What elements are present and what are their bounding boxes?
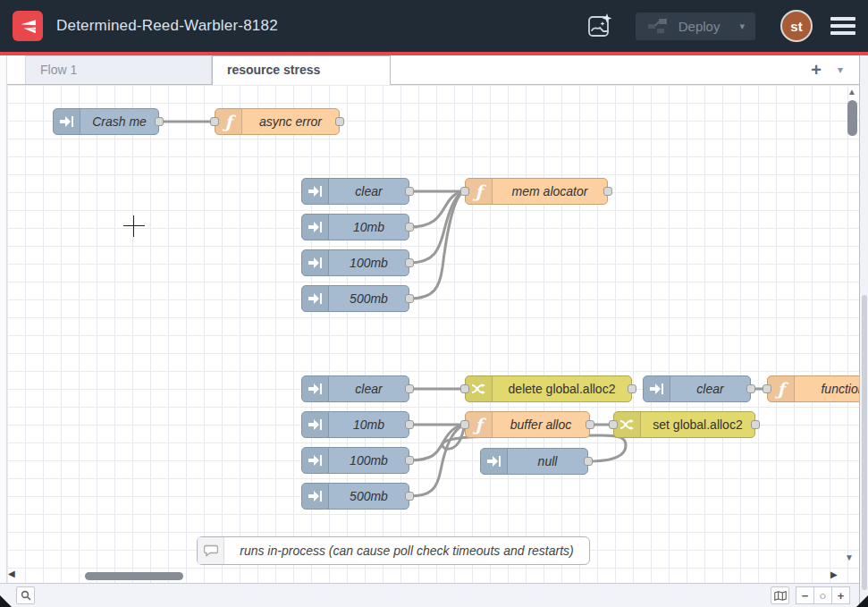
vscroll-thumb[interactable]: [847, 100, 857, 136]
node-label: set global.alloc2: [641, 412, 754, 437]
node-label: delete global.alloc2: [493, 376, 631, 401]
node-label: function: [795, 376, 859, 401]
zoom-reset-button[interactable]: ○: [813, 586, 832, 604]
node-label: 10mb: [329, 215, 409, 240]
output-port[interactable]: [405, 223, 414, 232]
input-port[interactable]: [460, 420, 469, 429]
inject-icon: [302, 179, 329, 204]
output-port[interactable]: [586, 420, 594, 429]
deploy-options-caret-icon[interactable]: ▾: [739, 21, 745, 32]
page-scrollbar-thumb[interactable]: [862, 295, 867, 590]
vscroll-down-arrow[interactable]: ▼: [845, 552, 854, 562]
instance-title: Determined-Reed-Warbler-8182: [56, 17, 278, 35]
node-label: 10mb: [329, 412, 409, 437]
output-port[interactable]: [584, 457, 593, 466]
output-port[interactable]: [405, 456, 414, 465]
output-port[interactable]: [405, 258, 414, 267]
change-icon: [614, 412, 641, 437]
node-comment[interactable]: runs in-process (can cause poll check ti…: [197, 536, 590, 565]
node-inject-100mb-2[interactable]: 100mb: [301, 447, 409, 474]
node-inject-crash-me[interactable]: Crash me: [53, 108, 159, 135]
zoom-in-button[interactable]: +: [831, 586, 850, 604]
output-port[interactable]: [751, 420, 760, 429]
user-avatar[interactable]: st: [780, 10, 813, 42]
output-port[interactable]: [405, 420, 414, 429]
inject-icon: [302, 484, 329, 509]
node-change-set-global-alloc2[interactable]: set global.alloc2: [613, 411, 755, 438]
node-inject-clear-3[interactable]: clear: [643, 375, 751, 402]
comment-icon: [198, 537, 224, 564]
node-function-buffer-alloc[interactable]: ƒ buffer alloc: [465, 411, 590, 438]
node-inject-500mb-2[interactable]: 500mb: [301, 483, 409, 510]
node-label: async error: [242, 109, 339, 134]
footer-toolbar: − ○ +: [0, 583, 859, 607]
node-inject-100mb-1[interactable]: 100mb: [301, 249, 409, 276]
navigator-toggle-button[interactable]: [771, 586, 789, 604]
function-icon: ƒ: [215, 109, 242, 134]
hscroll-left-arrow[interactable]: ◀: [8, 569, 15, 578]
node-label: null: [508, 449, 587, 474]
vscroll-up-arrow[interactable]: ▲: [847, 87, 856, 97]
output-port[interactable]: [155, 117, 164, 126]
hscroll-right-arrow[interactable]: ▶: [830, 569, 838, 579]
output-port[interactable]: [603, 187, 612, 196]
node-label: buffer alloc: [493, 412, 589, 437]
node-inject-10mb-2[interactable]: 10mb: [301, 411, 409, 438]
node-label: 500mb: [329, 484, 409, 509]
node-inject-clear-1[interactable]: clear: [301, 178, 409, 205]
flow-canvas[interactable]: Crash me ƒ async error clear 10mb: [7, 85, 859, 583]
node-label: clear: [329, 376, 409, 401]
node-red-editor: Determined-Reed-Warbler-8182 Deploy ▾ st: [0, 0, 868, 607]
deploy-button[interactable]: Deploy ▾: [636, 13, 755, 40]
inject-icon: [644, 376, 670, 401]
node-label: mem alocator: [493, 179, 607, 204]
search-flows-button[interactable]: [16, 586, 35, 604]
input-port[interactable]: [460, 187, 469, 196]
tab-flow-1[interactable]: Flow 1: [25, 55, 212, 84]
node-label: 100mb: [329, 250, 409, 275]
node-inject-clear-2[interactable]: clear: [301, 375, 409, 402]
node-label: clear: [670, 376, 750, 401]
wires-layer: [7, 85, 859, 583]
input-port[interactable]: [460, 384, 469, 393]
deploy-nodes-icon: [646, 18, 670, 34]
zoom-out-button[interactable]: −: [796, 586, 814, 604]
hscroll-thumb[interactable]: [85, 572, 183, 580]
main-menu-icon[interactable]: [830, 17, 855, 35]
node-function-mem-alocator[interactable]: ƒ mem alocator: [465, 178, 608, 205]
output-port[interactable]: [405, 492, 414, 501]
comment-text: runs in-process (can cause poll check ti…: [224, 537, 589, 564]
output-port[interactable]: [405, 187, 414, 196]
node-inject-null[interactable]: null: [480, 448, 588, 475]
input-port[interactable]: [763, 384, 771, 393]
function-icon: ƒ: [466, 412, 493, 437]
crosshair-cursor: [123, 215, 145, 237]
app-logo-icon[interactable]: [13, 11, 43, 41]
input-port[interactable]: [609, 420, 618, 429]
node-label: 500mb: [329, 286, 409, 311]
page-scrollbar-track[interactable]: [859, 55, 868, 607]
output-port[interactable]: [405, 384, 414, 393]
ai-assistant-icon[interactable]: [584, 10, 616, 42]
add-flow-button[interactable]: +: [811, 55, 822, 85]
inject-icon: [481, 449, 508, 474]
output-port[interactable]: [628, 384, 636, 393]
inject-icon: [302, 286, 329, 311]
output-port[interactable]: [405, 294, 414, 303]
node-change-delete-global-alloc2[interactable]: delete global.alloc2: [465, 375, 632, 402]
node-inject-500mb-1[interactable]: 500mb: [301, 285, 409, 312]
inject-icon: [302, 215, 329, 240]
tab-resource-stress[interactable]: resource stress: [212, 55, 391, 85]
input-port[interactable]: [210, 117, 219, 126]
output-port[interactable]: [335, 117, 344, 126]
corner-resize-handle-right: [856, 595, 868, 607]
output-port[interactable]: [746, 384, 755, 393]
node-label: clear: [329, 179, 409, 204]
node-function-async-error[interactable]: ƒ async error: [215, 108, 340, 135]
flow-list-caret-icon[interactable]: ▾: [838, 63, 843, 76]
node-inject-10mb-1[interactable]: 10mb: [301, 214, 409, 240]
function-icon: ƒ: [768, 376, 795, 401]
node-function-function[interactable]: ƒ function: [767, 375, 859, 402]
inject-icon: [302, 250, 329, 275]
inject-icon: [302, 448, 329, 473]
